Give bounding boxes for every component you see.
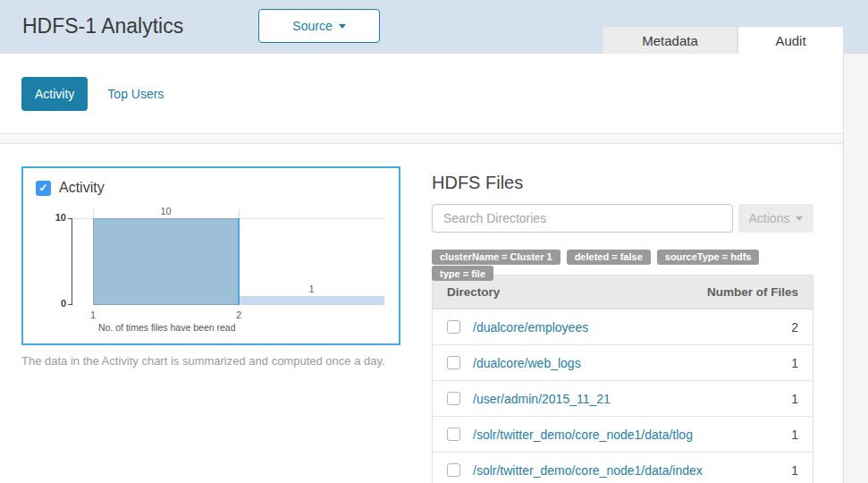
column-header-directory: Directory: [447, 285, 500, 299]
directory-link[interactable]: /dualcore/employees: [473, 320, 588, 335]
x-tick-label: 2: [221, 309, 257, 320]
file-count: 1: [791, 392, 798, 406]
directory-link[interactable]: /solr/twitter_demo/core_node1/data/index: [473, 463, 703, 478]
x-axis-caption: No. of times files have been read: [98, 322, 236, 333]
row-checkbox[interactable]: [447, 428, 460, 441]
page-header: HDFS-1 Analytics Source Metadata Audit: [0, 0, 868, 54]
y-tick-label: 0: [41, 299, 66, 309]
page: HDFS-1 Analytics Source Metadata Audit A…: [0, 0, 868, 483]
bar-value-label: 10: [93, 206, 239, 216]
activity-checkbox-row[interactable]: Activity: [36, 180, 105, 196]
row-checkbox[interactable]: [447, 392, 460, 405]
actions-dropdown-button[interactable]: Actions: [738, 204, 813, 233]
directory-link[interactable]: /user/admin/2015_11_21: [473, 392, 611, 406]
activity-note: The data in the Activity chart is summar…: [21, 354, 385, 368]
file-count: 1: [791, 356, 798, 370]
tab-audit[interactable]: Audit: [738, 27, 843, 54]
y-axis-tick: [68, 218, 72, 219]
table-row: /solr/twitter_demo/core_node1/data/tlog …: [433, 417, 813, 453]
chart-bar: [239, 296, 384, 305]
table-body: /dualcore/employees 2 /dualcore/web_logs…: [433, 309, 813, 483]
y-axis-tick: [68, 304, 72, 305]
page-title: HDFS-1 Analytics: [22, 14, 183, 38]
x-tick-label: 1: [75, 309, 111, 320]
activity-chart-panel: Activity No. of times files have been re…: [21, 166, 400, 345]
y-tick-label: 10: [41, 213, 66, 223]
source-button-label: Source: [292, 19, 332, 33]
row-checkbox[interactable]: [447, 356, 460, 369]
search-row: Actions: [432, 204, 813, 233]
y-axis: [72, 218, 72, 305]
page-scrollbar-gutter[interactable]: [843, 54, 868, 483]
subtab-top-users[interactable]: Top Users: [107, 87, 164, 101]
filter-tag: sourceType = hdfs: [657, 250, 760, 265]
filter-tags: clusterName = Cluster 1deleted = falseso…: [432, 248, 813, 263]
subnav: Activity Top Users: [0, 54, 843, 134]
actions-button-label: Actions: [749, 211, 790, 225]
activity-checkbox[interactable]: [36, 181, 51, 196]
activity-checkbox-label: Activity: [59, 180, 105, 196]
table-row: /user/admin/2015_11_21 1: [433, 381, 813, 417]
source-dropdown-button[interactable]: Source: [258, 9, 380, 43]
chart-bar: [93, 218, 239, 305]
directory-link[interactable]: /dualcore/web_logs: [473, 356, 581, 370]
directory-link[interactable]: /solr/twitter_demo/core_node1/data/tlog: [473, 428, 693, 442]
table-row: /dualcore/web_logs 1: [433, 345, 813, 381]
file-count: 2: [791, 320, 798, 335]
filter-tag: type = file: [432, 266, 493, 281]
caret-down-icon: [339, 24, 346, 29]
section-title: HDFS Files: [432, 173, 813, 193]
row-checkbox[interactable]: [447, 320, 460, 334]
bar-value-label: 1: [239, 284, 384, 294]
search-directories-input[interactable]: [432, 204, 733, 233]
filter-tag: clusterName = Cluster 1: [432, 250, 560, 265]
hdfs-files-section: HDFS Files Actions clusterName = Cluster…: [432, 143, 813, 483]
file-count: 1: [791, 428, 798, 442]
selected-range-edge: [238, 218, 240, 305]
table-row: /dualcore/employees 2: [433, 309, 813, 345]
table-row: /solr/twitter_demo/core_node1/data/index…: [433, 453, 813, 483]
directories-table: Directory Number of Files /dualcore/empl…: [432, 275, 813, 483]
column-header-number-of-files: Number of Files: [707, 285, 798, 299]
file-count: 1: [791, 463, 798, 478]
subtab-activity[interactable]: Activity: [21, 77, 88, 111]
tab-metadata[interactable]: Metadata: [603, 27, 737, 54]
row-checkbox[interactable]: [447, 463, 460, 477]
filter-tag: deleted = false: [567, 250, 651, 265]
caret-down-icon: [796, 216, 803, 221]
